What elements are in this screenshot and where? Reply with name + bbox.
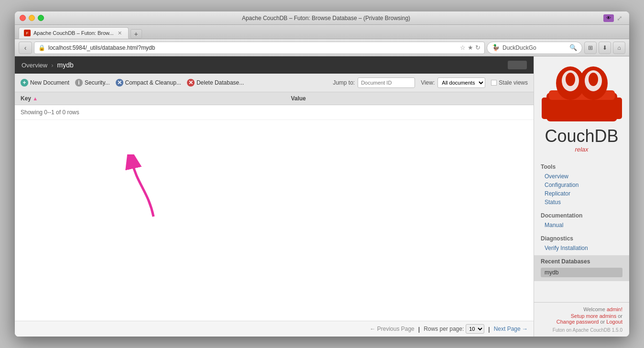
rows-per-page: Rows per page: 10 20 50 (424, 324, 484, 334)
svg-point-9 (566, 73, 575, 86)
pagination-separator-1: | (418, 326, 420, 333)
sidebar-link-configuration[interactable]: Configuration (541, 181, 622, 189)
key-column-header[interactable]: Key ▲ (15, 92, 285, 105)
table-row: Showing 0--1 of 0 rows (15, 105, 534, 120)
security-label: Security... (85, 79, 109, 86)
welcome-text: Welcome (583, 306, 605, 312)
documents-table: Key ▲ Value Showing 0- (15, 92, 534, 120)
recent-db-mydb[interactable]: mydb (541, 268, 622, 277)
bookmark-filled-icon[interactable]: ★ (468, 44, 473, 51)
svg-rect-2 (542, 98, 556, 119)
or-text-2: or (600, 319, 607, 325)
couch-logo: CouchDB relax (534, 56, 629, 161)
title-bar: Apache CouchDB – Futon: Browse Database … (15, 11, 629, 25)
back-button[interactable]: ‹ (19, 42, 32, 54)
new-document-button[interactable]: + New Document (21, 78, 69, 87)
annotation-arrow (122, 154, 161, 223)
toolbar: + New Document i Security... ✕ Compact &… (15, 74, 534, 92)
current-db-breadcrumb: mydb (57, 61, 74, 69)
recent-databases-section: Recent Databases mydb (534, 255, 629, 281)
sidebar-link-status[interactable]: Status (541, 198, 622, 207)
right-sidebar: CouchDB relax Tools Overview Configurati… (534, 56, 629, 337)
breadcrumb-bar: Overview › mydb (15, 56, 534, 74)
diagnostics-section: Diagnostics Verify Installation (534, 232, 629, 255)
bookmark-icon[interactable]: ☆ (460, 44, 466, 51)
svg-point-10 (589, 73, 598, 86)
breadcrumb-arrow-icon: › (51, 62, 53, 69)
minimize-button[interactable] (29, 15, 35, 21)
setup-admins-link[interactable]: Setup more admins (571, 313, 616, 319)
view-select[interactable]: All documents (437, 77, 485, 88)
sort-arrow-icon: ▲ (33, 96, 38, 101)
tab-bar: F Apache CouchDB – Futon: Brow... ✕ + (15, 25, 629, 39)
tools-section: Tools Overview Configuration Replicator … (534, 161, 629, 209)
reload-icon[interactable]: ↻ (475, 44, 480, 51)
overview-breadcrumb[interactable]: Overview (22, 62, 47, 69)
couchdb-logo-image (542, 64, 622, 126)
change-password-link[interactable]: Change password (557, 319, 599, 325)
logout-link[interactable]: Logout (606, 319, 622, 325)
sidebar-footer: Welcome admin! Setup more admins or Chan… (534, 302, 629, 337)
jump-to-input[interactable] (358, 77, 415, 88)
nav-extra-btn-1[interactable]: ⊞ (584, 42, 597, 54)
tools-title: Tools (541, 163, 622, 170)
left-panel-wrapper: Overview › mydb + New Document i Securit… (15, 56, 534, 337)
jump-to-section: Jump to: (333, 77, 415, 88)
key-header-text: Key (21, 95, 31, 102)
or-text-1: or (618, 313, 622, 319)
welcome-line: Welcome admin! (541, 306, 622, 312)
nav-bar: ‹ 🔒 localhost:5984/_utils/database.html?… (15, 39, 629, 56)
browser-tab[interactable]: F Apache CouchDB – Futon: Brow... ✕ (19, 27, 129, 39)
pagination-row: ← Previous Page | Rows per page: 10 20 5… (15, 321, 534, 337)
maximize-button[interactable] (38, 15, 44, 21)
address-bar[interactable]: 🔒 localhost:5984/_utils/database.html?my… (34, 42, 485, 54)
search-engine-icon: 🦆 (492, 44, 500, 51)
address-lock-icon: 🔒 (38, 44, 45, 51)
recent-databases-title: Recent Databases (541, 258, 622, 265)
documentation-section: Documentation Manual (534, 209, 629, 232)
nav-extra-btn-3[interactable]: ⌂ (613, 42, 625, 54)
left-panel: Overview › mydb + New Document i Securit… (15, 56, 534, 337)
security-button[interactable]: i Security... (75, 78, 109, 87)
sidebar-link-manual[interactable]: Manual (541, 221, 622, 229)
rows-per-page-select[interactable]: 10 20 50 (466, 324, 484, 334)
search-input[interactable]: DuckDuckGo (502, 44, 567, 51)
delete-icon: ✕ (187, 79, 195, 87)
compact-cleanup-button[interactable]: ✕ Compact & Cleanup... (116, 78, 181, 87)
search-icon: 🔍 (569, 44, 577, 51)
stale-views-checkbox[interactable] (491, 80, 497, 86)
sidebar-link-overview[interactable]: Overview (541, 172, 622, 181)
resize-icon[interactable]: ⤢ (617, 14, 624, 22)
diag-title: Diagnostics (541, 235, 622, 242)
new-document-label: New Document (30, 79, 69, 86)
svg-rect-3 (608, 98, 622, 119)
value-column-header[interactable]: Value (285, 92, 534, 105)
search-bar[interactable]: 🦆 DuckDuckGo 🔍 (487, 42, 582, 54)
delete-label: Delete Database... (196, 79, 244, 86)
futon-version: Futon on Apache CouchDB 1.5.0 (541, 327, 622, 333)
prev-page-button[interactable]: ← Previous Page (370, 326, 414, 332)
tab-close-button[interactable]: ✕ (117, 30, 123, 36)
compact-label: Compact & Cleanup... (125, 79, 181, 86)
toggle-switch[interactable] (508, 61, 527, 69)
jump-to-label: Jump to: (333, 79, 355, 86)
sidebar-link-replicator[interactable]: Replicator (541, 189, 622, 198)
tab-favicon: F (24, 30, 31, 36)
nav-extra-btn-2[interactable]: ⬇ (599, 42, 611, 54)
view-select-wrap: View: All documents (421, 77, 485, 88)
stale-views-label: Stale views (499, 79, 528, 86)
address-text: localhost:5984/_utils/database.html?mydb (48, 44, 457, 51)
main-content: Overview › mydb + New Document i Securit… (15, 56, 629, 337)
sidebar-link-verify[interactable]: Verify Installation (541, 244, 622, 252)
tab-label: Apache CouchDB – Futon: Brow... (33, 30, 114, 36)
table-area: Key ▲ Value Showing 0- (15, 92, 534, 321)
delete-database-button[interactable]: ✕ Delete Database... (187, 78, 244, 87)
private-browsing-icon (603, 14, 614, 22)
new-tab-button[interactable]: + (131, 29, 142, 39)
close-button[interactable] (20, 15, 26, 21)
admin-link[interactable]: admin! (607, 306, 622, 312)
couchdb-relax: relax (542, 146, 622, 153)
couchdb-name: CouchDB (542, 128, 622, 145)
next-page-button[interactable]: Next Page → (494, 326, 528, 332)
address-icons: ☆ ★ ↻ (460, 44, 480, 51)
